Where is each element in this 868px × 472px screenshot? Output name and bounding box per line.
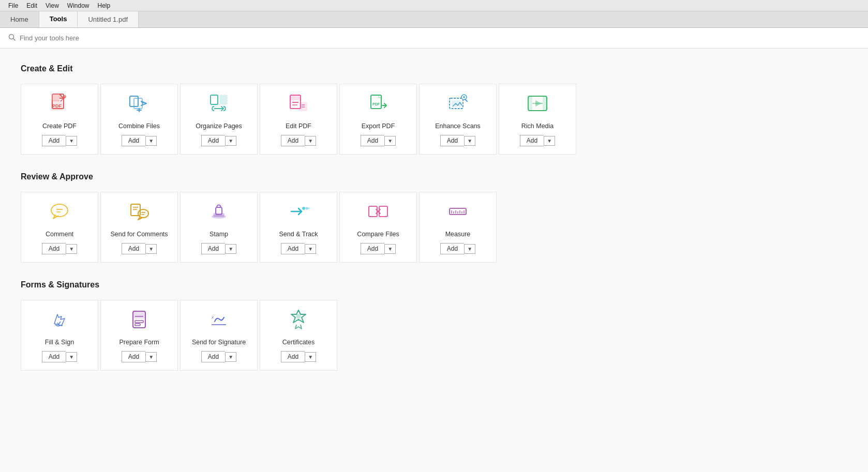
enhance-scans-name: Enhance Scans [435, 123, 481, 130]
app-window: File Edit View Window Help Home Tools Un… [0, 0, 868, 472]
search-bar [0, 28, 868, 49]
svg-text:x: x [211, 315, 214, 319]
tool-create-pdf: PDF Create PDF Add ▼ [21, 84, 98, 155]
compare-files-add-button[interactable]: Add [361, 243, 384, 254]
svg-rect-15 [300, 102, 307, 111]
send-for-comments-add-button[interactable]: Add [122, 243, 145, 254]
tool-comment: Comment Add ▼ [21, 192, 98, 263]
enhance-scans-add-button[interactable]: Add [440, 135, 464, 146]
certificates-add-button[interactable]: Add [281, 351, 305, 362]
fill-sign-dropdown[interactable]: ▼ [66, 352, 77, 362]
compare-files-dropdown[interactable]: ▼ [384, 244, 396, 254]
svg-text:PDF: PDF [52, 103, 62, 109]
svg-point-6 [63, 95, 66, 98]
send-for-signature-dropdown[interactable]: ▼ [225, 352, 236, 362]
organize-pages-name: Organize Pages [196, 123, 242, 130]
rich-media-icon [523, 89, 551, 117]
comment-name: Comment [46, 231, 73, 238]
fill-sign-add-group: Add ▼ [42, 351, 77, 362]
svg-rect-58 [135, 324, 140, 326]
tool-stamp: Stamp Add ▼ [180, 192, 258, 263]
measure-add-button[interactable]: Add [440, 243, 464, 254]
section-review-approve: Review & Approve Comment Add [21, 172, 847, 265]
compare-files-icon [364, 197, 392, 225]
stamp-dropdown[interactable]: ▼ [225, 244, 236, 254]
tool-send-for-signature: x Send for Signature Add ▼ [180, 300, 258, 371]
rich-media-dropdown[interactable]: ▼ [544, 136, 555, 146]
send-for-signature-name: Send for Signature [192, 339, 246, 346]
tool-compare-files: Compare Files Add ▼ [339, 192, 417, 263]
prepare-form-dropdown[interactable]: ▼ [145, 352, 157, 362]
rich-media-add-button[interactable]: Add [520, 135, 544, 146]
combine-files-dropdown[interactable]: ▼ [145, 136, 157, 146]
svg-rect-3 [52, 94, 59, 101]
menu-help[interactable]: Help [94, 2, 115, 9]
combine-files-name: Combine Files [118, 123, 160, 130]
edit-pdf-dropdown[interactable]: ▼ [305, 136, 316, 146]
prepare-form-add-button[interactable]: Add [122, 351, 145, 362]
measure-dropdown[interactable]: ▼ [464, 244, 475, 254]
search-icon [8, 34, 16, 42]
svg-point-42 [302, 207, 305, 210]
export-pdf-dropdown[interactable]: ▼ [384, 136, 396, 146]
svg-rect-9 [211, 95, 218, 104]
comment-add-button[interactable]: Add [42, 243, 66, 254]
tools-grid-forms-signatures: Fill & Sign Add ▼ [21, 300, 847, 373]
measure-icon [444, 197, 472, 225]
prepare-form-name: Prepare Form [119, 339, 159, 346]
edit-pdf-add-button[interactable]: Add [281, 135, 305, 146]
edit-pdf-add-group: Add ▼ [281, 135, 316, 146]
menu-edit[interactable]: Edit [22, 2, 41, 9]
svg-rect-56 [133, 311, 145, 318]
comment-dropdown[interactable]: ▼ [66, 244, 77, 254]
menu-view[interactable]: View [41, 2, 63, 9]
organize-pages-icon [205, 89, 233, 117]
tools-grid-review-approve: Comment Add ▼ [21, 192, 847, 265]
tool-send-for-comments: Send for Comments Add ▼ [100, 192, 178, 263]
create-pdf-dropdown[interactable]: ▼ [66, 136, 77, 146]
tab-home[interactable]: Home [0, 11, 39, 27]
send-track-add-button[interactable]: Add [281, 243, 305, 254]
send-for-comments-dropdown[interactable]: ▼ [145, 244, 157, 254]
create-pdf-name: Create PDF [42, 123, 77, 130]
tool-rich-media: Rich Media Add ▼ [499, 84, 576, 155]
organize-pages-add-button[interactable]: Add [201, 135, 225, 146]
svg-point-30 [51, 204, 68, 217]
svg-rect-57 [135, 321, 143, 323]
section-title-create-edit: Create & Edit [21, 64, 847, 73]
tool-prepare-form: Prepare Form Add ▼ [100, 300, 178, 371]
svg-point-44 [308, 207, 310, 209]
menu-file[interactable]: File [4, 2, 22, 9]
enhance-scans-icon [444, 89, 472, 117]
send-for-signature-add-group: Add ▼ [201, 351, 236, 362]
stamp-name: Stamp [209, 231, 228, 238]
combine-files-add-group: Add ▼ [122, 135, 157, 146]
svg-rect-45 [369, 206, 377, 217]
menu-window[interactable]: Window [63, 2, 94, 9]
stamp-add-button[interactable]: Add [201, 243, 225, 254]
prepare-form-add-group: Add ▼ [122, 351, 157, 362]
fill-sign-name: Fill & Sign [45, 339, 74, 346]
send-track-dropdown[interactable]: ▼ [305, 244, 316, 254]
send-for-comments-icon [125, 197, 153, 225]
svg-rect-10 [220, 95, 227, 104]
certificates-dropdown[interactable]: ▼ [305, 352, 316, 362]
tab-tools[interactable]: Tools [39, 11, 78, 27]
tool-combine-files: Combine Files Add ▼ [100, 84, 178, 155]
create-pdf-add-button[interactable]: Add [42, 135, 66, 146]
tab-file[interactable]: Untitled 1.pdf [78, 11, 139, 27]
rich-media-name: Rich Media [521, 123, 554, 130]
menu-bar: File Edit View Window Help [0, 0, 868, 11]
tool-export-pdf: PDF Export PDF Add ▼ [339, 84, 417, 155]
export-pdf-add-button[interactable]: Add [361, 135, 384, 146]
enhance-scans-dropdown[interactable]: ▼ [464, 136, 475, 146]
search-input[interactable] [20, 34, 175, 42]
svg-marker-29 [535, 100, 542, 106]
combine-files-icon [125, 89, 153, 117]
send-for-comments-add-group: Add ▼ [122, 243, 157, 254]
fill-sign-add-button[interactable]: Add [42, 351, 66, 362]
send-for-signature-add-button[interactable]: Add [201, 351, 225, 362]
main-content: Create & Edit PDF [0, 49, 868, 472]
combine-files-add-button[interactable]: Add [122, 135, 145, 146]
organize-pages-dropdown[interactable]: ▼ [225, 136, 236, 146]
